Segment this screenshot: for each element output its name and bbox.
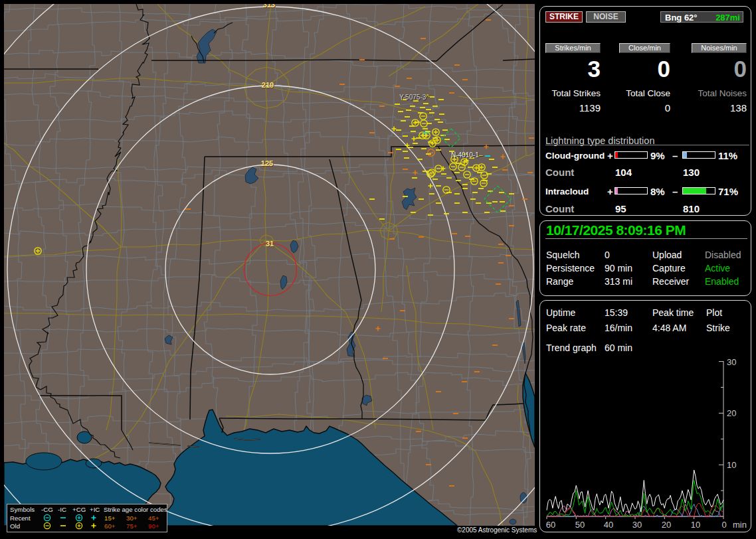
- svg-text:313: 313: [263, 4, 275, 9]
- svg-text:Recent: Recent: [10, 514, 31, 522]
- svg-text:20: 20: [727, 408, 736, 418]
- svg-text:N-4010-1–: N-4010-1–: [451, 151, 483, 159]
- svg-text:75+: 75+: [126, 522, 138, 530]
- svg-text:Strike age color codes: Strike age color codes: [104, 506, 167, 513]
- svg-text:40: 40: [604, 520, 613, 530]
- svg-text:219: 219: [262, 81, 274, 89]
- svg-text:20: 20: [662, 520, 671, 530]
- svg-text:+IC: +IC: [90, 506, 100, 513]
- svg-text:125: 125: [261, 159, 273, 167]
- svg-text:90+: 90+: [148, 522, 159, 530]
- svg-text:+CG: +CG: [72, 506, 86, 513]
- svg-text:Old: Old: [10, 522, 20, 530]
- svg-text:10: 10: [691, 520, 700, 530]
- svg-text:min: min: [733, 520, 747, 530]
- svg-text:50: 50: [575, 520, 585, 530]
- svg-text:30+: 30+: [126, 514, 138, 522]
- svg-text:-CG: -CG: [41, 506, 53, 513]
- svg-text:45+: 45+: [148, 514, 159, 522]
- svg-text:60: 60: [546, 520, 555, 530]
- svg-text:Y-5075-3^: Y-5075-3^: [399, 94, 429, 101]
- svg-text:31: 31: [266, 240, 274, 248]
- svg-text:Symbols: Symbols: [10, 506, 35, 513]
- svg-text:-IC: -IC: [58, 506, 66, 513]
- svg-text:30: 30: [632, 520, 642, 530]
- svg-text:0: 0: [721, 520, 726, 530]
- svg-text:30: 30: [727, 357, 736, 367]
- svg-text:15+: 15+: [104, 514, 116, 522]
- svg-text:10: 10: [727, 460, 736, 470]
- svg-text:60+: 60+: [104, 522, 116, 530]
